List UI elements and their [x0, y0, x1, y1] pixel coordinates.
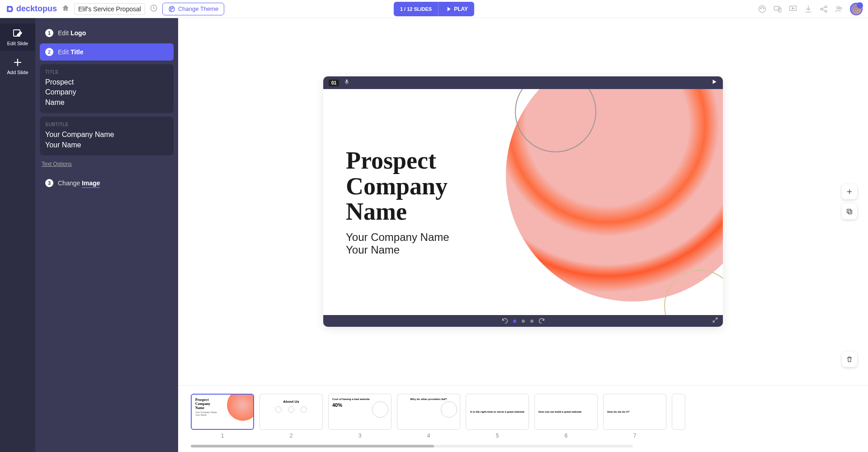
thumb-wrap-7: How do we do it? 7 [603, 394, 666, 439]
duplicate-button[interactable] [842, 204, 857, 219]
play-button[interactable]: PLAY [439, 2, 474, 16]
thumb-2-title: About Us [264, 400, 319, 404]
title-field-label: TITLE [45, 70, 168, 75]
layout-next-icon[interactable] [538, 317, 545, 325]
slide-header: 01 [323, 76, 723, 89]
svg-rect-19 [848, 210, 852, 214]
thumb-3-title: Cost of having a bad website [332, 398, 387, 400]
slide-title-text[interactable]: Prospect Company Name [346, 148, 449, 225]
svg-point-15 [837, 6, 839, 9]
slide-counter[interactable]: 1 / 12 SLIDES [394, 2, 439, 16]
title-field-input[interactable]: Prospect Company Name [45, 77, 168, 108]
expand-icon[interactable] [712, 317, 718, 325]
rail-add-slide[interactable]: Add Slide [0, 52, 35, 80]
svg-point-16 [840, 7, 841, 9]
change-theme-button[interactable]: Change Theme [162, 3, 224, 15]
thumb-num-2: 2 [290, 433, 293, 439]
panel-label-title: Edit Title [58, 48, 84, 56]
svg-point-3 [172, 8, 173, 9]
thumb-2[interactable]: About Us [259, 394, 323, 430]
layout-dot-2[interactable] [522, 320, 525, 323]
share-icon[interactable] [819, 5, 828, 14]
subtitle-field-box[interactable]: SUBTITLE Your Company Name Your Name [40, 117, 174, 155]
filmstrip-inner: Prospect Company Name Your Company Name … [178, 386, 868, 439]
thumb-2-cols [264, 406, 319, 414]
thumb-3-art [372, 401, 388, 418]
slide-text-block[interactable]: Prospect Company Name Your Company Name … [346, 148, 449, 256]
svg-point-2 [170, 8, 171, 9]
download-icon[interactable] [804, 5, 813, 14]
slide-subtitle-text[interactable]: Your Company Name Your Name [346, 231, 449, 256]
slide-number-badge: 01 [329, 80, 339, 86]
thumb-8[interactable] [672, 394, 685, 430]
collaborators-icon[interactable] [835, 5, 844, 14]
thumb-num-1: 1 [221, 433, 224, 439]
panel-item-title[interactable]: 2 Edit Title [40, 43, 174, 61]
thumb-5[interactable]: It is the right time to serve a great we… [466, 394, 529, 430]
top-center-controls: 1 / 12 SLIDES PLAY [394, 2, 474, 16]
thumb-wrap-8 [672, 394, 685, 439]
filmstrip[interactable]: Prospect Company Name Your Company Name … [178, 385, 868, 452]
brand-logo[interactable]: decktopus [5, 4, 57, 14]
rail-edit-slide[interactable]: Edit Slide [0, 24, 35, 51]
layout-dots [513, 320, 533, 323]
thumb-num-5: 5 [496, 433, 499, 439]
thumb-wrap-1: Prospect Company Name Your Company Name … [191, 394, 254, 439]
brand-name: decktopus [16, 4, 57, 14]
thumb-4-title: Why do other providers fail? [401, 398, 456, 400]
svg-point-8 [764, 8, 764, 9]
title-field-box[interactable]: TITLE Prospect Company Name [40, 64, 174, 113]
panel-label-logo: Edit Logo [58, 29, 86, 37]
filmstrip-scroll-thumb[interactable] [191, 445, 434, 447]
mic-icon[interactable] [344, 79, 350, 87]
canvas-wrap: 01 Prospect Company Name Your Company Na… [178, 18, 868, 385]
thumb-wrap-2: About Us 2 [259, 394, 323, 439]
thumb-num-4: 4 [427, 433, 430, 439]
present-icon[interactable] [788, 5, 797, 14]
text-options-link[interactable]: Text Options [42, 161, 72, 167]
main-area: Edit Slide Add Slide 1 Edit Logo 2 Edit … [0, 18, 868, 452]
document-title[interactable]: Elif's Service Proposal [74, 3, 145, 15]
filmstrip-scrollbar[interactable] [191, 445, 633, 447]
panel-num-2: 2 [45, 48, 53, 56]
thumb-art-1 [227, 394, 254, 421]
layout-prev-icon[interactable] [501, 317, 509, 325]
left-rail: Edit Slide Add Slide [0, 18, 35, 452]
thumb-6[interactable]: How can we build a great website [534, 394, 598, 430]
thumb-7[interactable]: How do we do it? [603, 394, 666, 430]
thumb-wrap-5: It is the right time to serve a great we… [466, 394, 529, 439]
svg-point-4 [170, 9, 171, 10]
thumb-3[interactable]: Cost of having a bad website 40% [328, 394, 392, 430]
change-theme-label: Change Theme [178, 5, 218, 12]
add-element-button[interactable] [842, 184, 857, 199]
canvas-area: 01 Prospect Company Name Your Company Na… [178, 18, 868, 452]
thumb-4[interactable]: Why do other providers fail? [397, 394, 460, 430]
thumb-1[interactable]: Prospect Company Name Your Company Name … [191, 394, 254, 430]
delete-slide-button[interactable] [842, 352, 857, 367]
layout-dot-1[interactable] [513, 320, 516, 323]
svg-point-7 [762, 7, 763, 8]
palette-icon[interactable] [758, 5, 767, 14]
svg-point-5 [759, 5, 766, 12]
devices-icon[interactable] [773, 5, 782, 14]
play-slide-icon[interactable] [711, 79, 717, 87]
panel-label-image: Change Image [58, 179, 100, 187]
thumb-wrap-3: Cost of having a bad website 40% 3 [328, 394, 392, 439]
thumb-num-3: 3 [359, 433, 362, 439]
home-icon[interactable] [61, 4, 70, 14]
panel-item-logo[interactable]: 1 Edit Logo [40, 24, 174, 42]
panel-num-1: 1 [45, 29, 53, 37]
thumb-5-title: It is the right time to serve a great we… [470, 410, 525, 413]
rail-add-slide-label: Add Slide [7, 70, 28, 75]
subtitle-field-input[interactable]: Your Company Name Your Name [45, 130, 168, 150]
history-icon[interactable] [150, 4, 158, 14]
panel-item-image[interactable]: 3 Change Image [40, 174, 174, 192]
user-avatar[interactable] [850, 3, 863, 15]
edit-panel: 1 Edit Logo 2 Edit Title TITLE Prospect … [35, 18, 178, 452]
slide-footer [323, 315, 723, 327]
thumb-wrap-4: Why do other providers fail? 4 [397, 394, 460, 439]
slide-body[interactable]: Prospect Company Name Your Company Name … [323, 89, 723, 315]
rail-edit-slide-label: Edit Slide [7, 41, 28, 46]
thumb-7-title: How do we do it? [607, 410, 662, 413]
layout-dot-3[interactable] [530, 320, 533, 323]
